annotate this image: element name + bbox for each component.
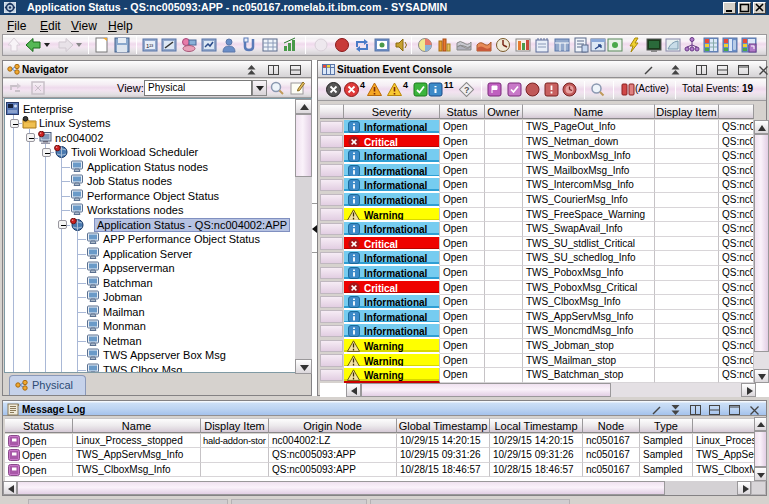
svg-text:?: ? xyxy=(464,85,470,95)
svg-text:1²³: 1²³ xyxy=(146,43,153,49)
